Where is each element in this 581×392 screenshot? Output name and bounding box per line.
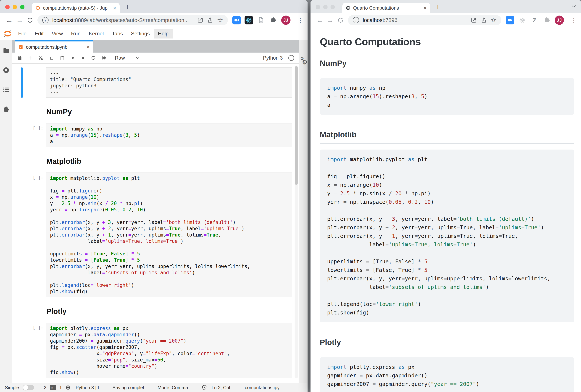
macos-window-controls[interactable]	[316, 5, 335, 9]
browser-tabstrip: computations.ip (auto-S) - Jup × +	[0, 0, 308, 13]
site-info-icon[interactable]: i	[42, 17, 48, 23]
z-extension-icon[interactable]: Z	[530, 16, 539, 24]
copy-cells-button[interactable]	[49, 55, 54, 60]
file-browser-icon[interactable]	[2, 47, 10, 54]
browser-tab-quarto[interactable]: Quarto Computations ×	[342, 2, 430, 13]
new-tab-button[interactable]: +	[436, 2, 440, 12]
kernel-count[interactable]: 1	[59, 385, 62, 390]
interrupt-kernel-button[interactable]	[81, 56, 85, 60]
document-extension-icon[interactable]	[257, 16, 265, 24]
close-notebook-tab-icon[interactable]: ×	[87, 44, 90, 50]
reload-button[interactable]	[25, 17, 35, 24]
restart-and-run-all-button[interactable]	[102, 55, 107, 61]
back-button[interactable]: ←	[314, 17, 325, 24]
numpy-cell-editor[interactable]: import numpy as npa = np.arange(15).resh…	[46, 123, 292, 147]
jupyterlab-browser-window: computations.ip (auto-S) - Jup × + ← → i…	[0, 0, 308, 392]
matplotlib-cell-editor[interactable]: import matplotlib.pyplot as plt fig = pl…	[46, 173, 292, 297]
zoom-extension-icon[interactable]	[232, 16, 241, 24]
browser-tab-jupyter[interactable]: computations.ip (auto-S) - Jup ×	[32, 2, 120, 13]
markdown-heading-numpy: NumPy	[46, 108, 299, 116]
code-cell-numpy[interactable]: [ ]: import numpy as npa = np.arange(15)…	[12, 123, 299, 147]
menu-view[interactable]: View	[48, 29, 67, 38]
browser-toolbar: ← → i localhost:7896 ☆ Z	[310, 13, 581, 27]
notebook-content: ---title: "Quarto Computations"jupyter: …	[12, 64, 299, 383]
cell-selection-bar	[21, 173, 23, 297]
restart-kernel-button[interactable]	[91, 55, 96, 60]
browser-menu-kebab-icon[interactable]: ⋮	[570, 16, 577, 24]
right-sidebar: ⚙ ⚙	[299, 40, 308, 383]
back-button[interactable]: ←	[4, 17, 14, 24]
extension-manager-puzzle-icon[interactable]	[2, 106, 10, 113]
extensions-puzzle-icon[interactable]	[542, 16, 551, 24]
minimize-window-button[interactable]	[323, 5, 328, 9]
simple-mode-toggle[interactable]	[22, 385, 34, 390]
close-tab-icon[interactable]: ×	[113, 5, 116, 11]
chevron-down-icon[interactable]	[136, 57, 140, 59]
kernel-name[interactable]: Python 3	[263, 55, 283, 61]
menu-edit[interactable]: Edit	[30, 29, 48, 38]
raw-cell-editor[interactable]: ---title: "Quarto Computations"jupyter: …	[46, 67, 292, 98]
open-in-new-icon[interactable]	[470, 17, 477, 23]
table-of-contents-icon[interactable]	[2, 86, 10, 93]
kernel-status-icon[interactable]	[288, 55, 294, 61]
kernel-status-text[interactable]: Python 3 | I...	[76, 385, 103, 390]
close-window-button[interactable]	[5, 5, 10, 9]
quarto-browser-window: Quarto Computations × + ← → i localhost:…	[310, 0, 581, 392]
new-tab-button[interactable]: +	[125, 2, 130, 12]
run-cell-button[interactable]	[70, 55, 75, 60]
raw-cell[interactable]: ---title: "Quarto Computations"jupyter: …	[12, 67, 299, 98]
bookmark-star-icon[interactable]: ☆	[490, 17, 496, 23]
forward-button[interactable]: →	[325, 17, 335, 24]
menu-run[interactable]: Run	[67, 29, 85, 38]
insert-cell-button[interactable]	[28, 55, 32, 60]
macos-window-controls[interactable]	[5, 5, 24, 9]
jupyter-activity-bar	[0, 40, 12, 383]
fullscreen-window-button[interactable]	[330, 5, 335, 9]
browser-menu-kebab-icon[interactable]: ⋮	[297, 16, 304, 24]
cell-selection-bar	[21, 67, 23, 98]
forward-button[interactable]: →	[14, 17, 25, 24]
reload-button[interactable]	[335, 17, 346, 24]
site-info-icon[interactable]: i	[353, 17, 359, 23]
menu-help[interactable]: Help	[154, 29, 173, 38]
fullscreen-window-button[interactable]	[20, 5, 24, 9]
close-window-button[interactable]	[316, 5, 320, 9]
react-devtools-extension-icon[interactable]	[244, 16, 253, 24]
tab-overflow-chevron-icon[interactable]	[571, 5, 576, 8]
plotly-cell-editor[interactable]: import plotly.express as pxgapminder = p…	[46, 323, 292, 378]
menu-settings[interactable]: Settings	[127, 29, 154, 38]
terminal-count[interactable]: 2	[44, 385, 46, 390]
share-icon[interactable]	[480, 17, 487, 23]
notebook-scrollbar-thumb[interactable]	[295, 66, 298, 185]
cut-cells-button[interactable]	[38, 55, 43, 60]
profile-avatar[interactable]: JJ	[281, 15, 290, 25]
cursor-position[interactable]: Ln 2, Col ...	[212, 385, 235, 390]
share-icon[interactable]	[207, 17, 214, 23]
open-in-new-icon[interactable]	[197, 17, 204, 23]
extensions-row: Z JJ ⋮	[506, 15, 577, 25]
url-text[interactable]: localhost:7896	[363, 17, 467, 23]
zoom-extension-icon[interactable]	[506, 16, 514, 24]
cell-type-dropdown[interactable]: Raw	[115, 55, 125, 61]
address-bar[interactable]: i localhost:8889/lab/workspaces/auto-S/t…	[38, 15, 228, 25]
react-devtools-extension-icon[interactable]	[518, 16, 526, 24]
minimize-window-button[interactable]	[12, 5, 17, 9]
close-tab-icon[interactable]: ×	[423, 5, 427, 11]
notebook-tab[interactable]: computations.ipynb ×	[15, 40, 93, 53]
command-mode-indicator[interactable]: Mode: Comma...	[158, 385, 192, 390]
menu-tabs[interactable]: Tabs	[108, 29, 127, 38]
menu-file[interactable]: File	[14, 29, 30, 38]
bookmark-star-icon[interactable]: ☆	[217, 17, 223, 23]
jupyter-statusbar: Simple 2 $_ 1 Python 3 | I... Saving com…	[0, 383, 308, 392]
paste-cells-button[interactable]	[60, 55, 65, 60]
running-sessions-icon[interactable]	[2, 67, 10, 74]
address-bar[interactable]: i localhost:7896 ☆	[348, 15, 501, 25]
url-text[interactable]: localhost:8889/lab/workspaces/auto-S/tre…	[52, 17, 194, 23]
profile-avatar[interactable]: JJ	[555, 15, 564, 25]
save-button[interactable]	[17, 55, 22, 60]
code-cell-matplotlib[interactable]: [ ]: import matplotlib.pyplot as plt fig…	[12, 173, 299, 297]
extensions-puzzle-icon[interactable]	[269, 16, 278, 24]
menu-kernel[interactable]: Kernel	[85, 29, 108, 38]
notebook-tab-title: computations.ipynb	[26, 44, 68, 50]
code-cell-plotly[interactable]: [ ]: import plotly.express as pxgapminde…	[12, 323, 299, 378]
